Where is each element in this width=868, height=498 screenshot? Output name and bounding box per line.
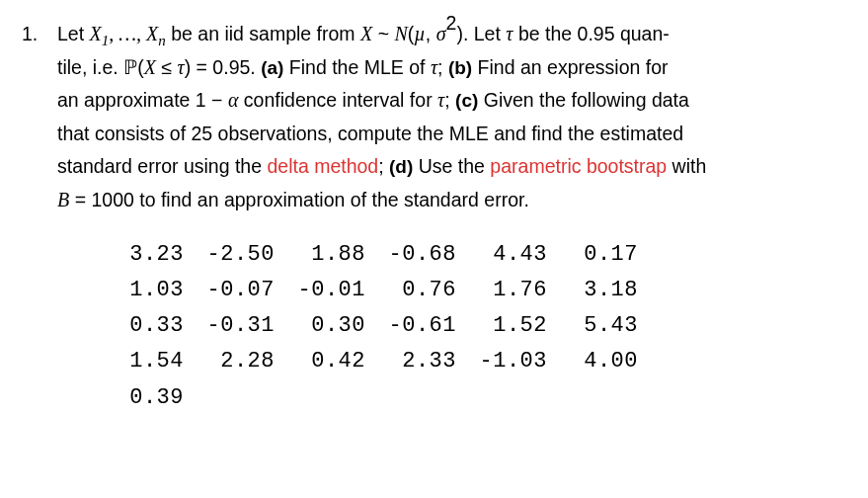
data-cell: 4.00	[547, 344, 638, 379]
page: 1. Let X1, …, Xn be an iid sample from X…	[0, 0, 868, 498]
data-cell: -0.31	[184, 308, 275, 344]
text: ;	[444, 89, 455, 111]
data-cell: -0.01	[275, 273, 365, 308]
sq: 2	[446, 12, 457, 34]
comma: ,	[426, 23, 436, 44]
text: to find an approximation of the standard…	[134, 189, 529, 210]
var-B: B	[57, 189, 69, 210]
var-X1: X1	[90, 23, 110, 44]
text: Let	[57, 23, 90, 44]
text: tile, i.e.	[57, 56, 123, 78]
B-value: 1000	[91, 189, 133, 210]
data-cell: 0.42	[275, 344, 365, 379]
scriptN-icon: N	[394, 23, 407, 44]
data-cell: -2.50	[184, 237, 275, 273]
data-cell: -0.68	[365, 237, 456, 273]
tau: τ	[177, 56, 184, 78]
text: with	[667, 155, 706, 177]
problem-body: Let X1, …, Xn be an iid sample from X ~ …	[57, 18, 829, 217]
text: Use the	[413, 155, 490, 177]
ellipsis: , …,	[109, 23, 146, 44]
data-cell: 0.39	[93, 380, 184, 416]
tau: τ	[431, 56, 437, 78]
x: X	[90, 23, 102, 44]
data-cell: 2.28	[184, 344, 275, 379]
mu: µ	[414, 23, 426, 44]
sub: n	[158, 33, 166, 48]
var-X: X	[144, 56, 156, 78]
table-row: 1.542.280.422.33-1.034.00	[93, 344, 829, 379]
text: .	[250, 56, 261, 78]
delta-method: delta method	[267, 155, 378, 177]
text: be the 0.95 quan-	[513, 23, 669, 44]
eq: = 0.95	[191, 56, 250, 78]
one: 1	[196, 89, 206, 111]
data-cell: 1.88	[275, 237, 365, 273]
text: ;	[378, 155, 389, 177]
data-cell: 0.30	[275, 308, 365, 344]
data-cell: 2.33	[365, 344, 456, 379]
table-row: 0.39	[93, 380, 829, 416]
text: an approximate	[57, 89, 196, 111]
text: . Let	[463, 23, 506, 44]
data-cell: 0.17	[547, 237, 638, 273]
data-cell: 4.43	[456, 237, 547, 273]
data-cell: 1.76	[456, 273, 547, 308]
var-X: X	[360, 23, 372, 44]
text: Find the MLE of	[283, 56, 431, 78]
data-cell: -0.61	[365, 308, 456, 344]
text: standard error using the	[57, 155, 267, 177]
text: Given the following data	[478, 89, 689, 111]
part-label-a: (a)	[261, 57, 283, 78]
minus: −	[206, 89, 228, 111]
data-cell: 3.18	[547, 273, 638, 308]
data-cell: 1.54	[93, 344, 184, 379]
var-Xn: Xn	[146, 23, 166, 44]
problem-number: 1.	[22, 18, 57, 50]
data-cell: 1.03	[93, 273, 184, 308]
data-table: 3.23-2.501.88-0.684.430.171.03-0.07-0.01…	[22, 237, 829, 416]
text: that consists of 25 observations, comput…	[57, 123, 683, 144]
parametric-bootstrap: parametric bootstrap	[490, 155, 667, 177]
data-cell: 1.52	[456, 308, 547, 344]
part-label-d: (d)	[389, 156, 413, 177]
text: confidence interval for	[238, 89, 437, 111]
table-row: 1.03-0.07-0.010.761.763.18	[93, 273, 829, 308]
table-row: 0.33-0.310.30-0.611.525.43	[93, 308, 829, 344]
data-cell: 0.76	[365, 273, 456, 308]
part-label-b: (b)	[448, 57, 472, 78]
problem-1: 1. Let X1, …, Xn be an iid sample from X…	[22, 18, 829, 217]
data-cell: -0.07	[184, 273, 275, 308]
part-label-c: (c)	[455, 90, 478, 111]
text: Find an expression for	[472, 56, 668, 78]
text: ;	[437, 56, 448, 78]
table-row: 3.23-2.501.88-0.684.430.17	[93, 237, 829, 273]
eq: =	[69, 189, 91, 210]
sigma: σ	[436, 23, 446, 44]
le: ≤	[156, 56, 178, 78]
tilde: ~	[372, 23, 394, 44]
text: be an iid sample from	[166, 23, 360, 44]
data-cell: 0.33	[93, 308, 184, 344]
alpha: α	[228, 89, 239, 111]
data-cell: -1.03	[456, 344, 547, 379]
data-cell: 5.43	[547, 308, 638, 344]
blackboard-P-icon: ℙ	[123, 56, 137, 78]
x: X	[146, 23, 158, 44]
data-cell: 3.23	[93, 237, 184, 273]
